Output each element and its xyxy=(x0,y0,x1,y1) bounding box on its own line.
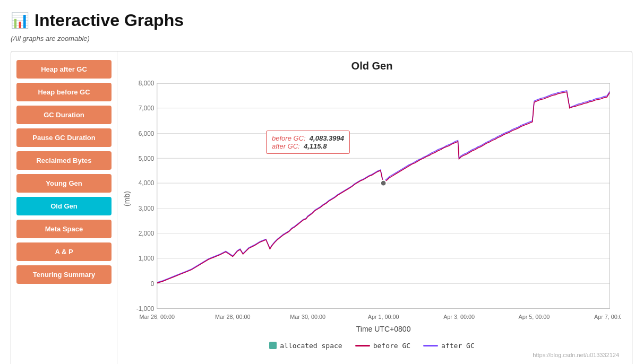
svg-text:2,000: 2,000 xyxy=(139,230,155,237)
sidebar-btn-pause-gc-duration[interactable]: Pause GC Duration xyxy=(16,128,112,147)
svg-text:5,000: 5,000 xyxy=(139,155,155,162)
chart-wrapper: (mb) 8,000 7,000 6,000 5,000 xyxy=(123,77,621,337)
chart-icon: 📊 xyxy=(11,12,29,29)
svg-text:3,000: 3,000 xyxy=(139,205,155,212)
svg-text:Apr 5, 00:00: Apr 5, 00:00 xyxy=(519,314,550,320)
page-header: 📊 Interactive Graphs xyxy=(11,11,632,30)
legend-label-before-gc: before GC xyxy=(373,342,410,350)
legend-color-after-gc xyxy=(423,345,438,346)
sidebar-btn-gc-duration[interactable]: GC Duration xyxy=(16,106,112,124)
sidebar-btn-heap-before-gc[interactable]: Heap before GC xyxy=(16,83,112,101)
svg-text:4,000: 4,000 xyxy=(139,179,155,187)
sidebar-btn-old-gen[interactable]: Old Gen xyxy=(16,197,112,215)
main-container: Heap after GC Heap before GC GC Duration… xyxy=(11,51,632,364)
svg-text:1,000: 1,000 xyxy=(139,255,155,262)
svg-text:Mar 26, 00:00: Mar 26, 00:00 xyxy=(139,314,175,320)
svg-text:6,000: 6,000 xyxy=(139,130,155,137)
subtitle: (All graphs are zoomable) xyxy=(11,34,632,42)
svg-text:0: 0 xyxy=(151,280,155,288)
legend-label-allocated-space: allocated space xyxy=(280,342,342,350)
chart-area: Old Gen (mb) 8,000 xyxy=(117,51,632,364)
watermark: https://blog.csdn.net/u013332124 xyxy=(123,352,621,358)
sidebar: Heap after GC Heap before GC GC Duration… xyxy=(11,51,117,364)
chart-svg: (mb) 8,000 7,000 6,000 5,000 xyxy=(123,77,621,337)
legend-label-after-gc: after GC xyxy=(441,342,475,350)
legend-color-allocated-space xyxy=(269,342,277,349)
svg-text:8,000: 8,000 xyxy=(139,80,155,87)
svg-text:Mar 28, 00:00: Mar 28, 00:00 xyxy=(215,314,251,320)
sidebar-btn-reclaimed-bytes[interactable]: Reclaimed Bytes xyxy=(16,151,112,170)
svg-text:Mar 30, 00:00: Mar 30, 00:00 xyxy=(290,314,325,320)
sidebar-btn-heap-after-gc[interactable]: Heap after GC xyxy=(16,60,112,79)
legend-item-after-gc: after GC xyxy=(423,342,475,350)
svg-text:Apr 3, 00:00: Apr 3, 00:00 xyxy=(443,314,475,320)
svg-text:Apr 7, 00:00: Apr 7, 00:00 xyxy=(594,314,621,320)
svg-rect-30 xyxy=(157,83,610,308)
svg-text:(mb): (mb) xyxy=(123,191,131,206)
page-title: Interactive Graphs xyxy=(35,11,184,30)
svg-rect-0 xyxy=(157,83,610,308)
sidebar-btn-tenuring-summary[interactable]: Tenuring Summary xyxy=(16,265,112,284)
legend-item-allocated-space: allocated space xyxy=(269,342,342,350)
chart-title: Old Gen xyxy=(123,60,621,72)
svg-text:Time UTC+0800: Time UTC+0800 xyxy=(356,325,411,333)
sidebar-btn-a-and-p[interactable]: A & P xyxy=(16,242,112,261)
svg-text:Apr 1, 00:00: Apr 1, 00:00 xyxy=(368,314,399,320)
sidebar-btn-meta-space[interactable]: Meta Space xyxy=(16,220,112,238)
sidebar-btn-young-gen[interactable]: Young Gen xyxy=(16,174,112,193)
svg-text:7,000: 7,000 xyxy=(139,105,155,112)
legend-color-before-gc xyxy=(355,345,370,346)
chart-legend: allocated space before GC after GC xyxy=(123,342,621,350)
svg-point-31 xyxy=(381,180,387,186)
legend-item-before-gc: before GC xyxy=(355,342,410,350)
svg-text:-1,000: -1,000 xyxy=(136,305,155,313)
